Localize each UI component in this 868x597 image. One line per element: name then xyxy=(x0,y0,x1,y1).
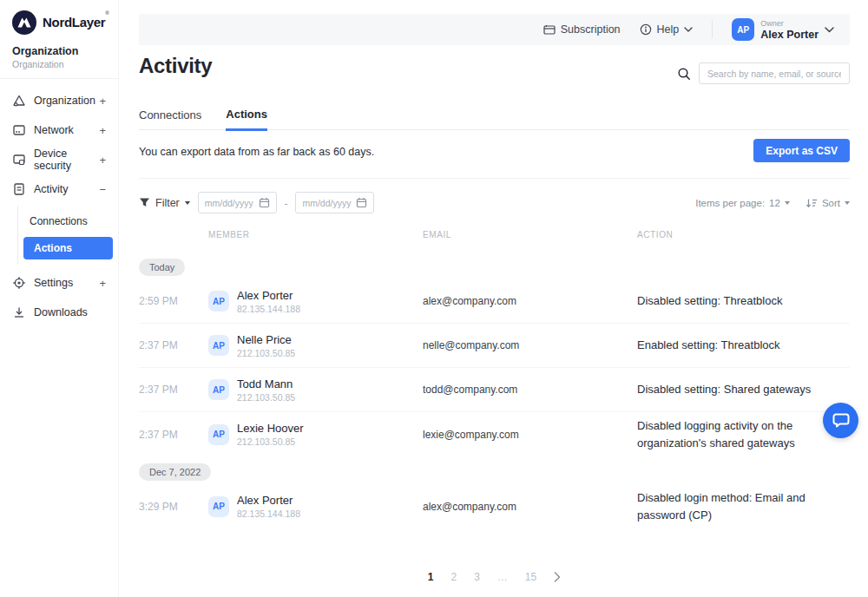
sort-label: Sort xyxy=(822,198,840,208)
section-divider xyxy=(139,178,850,179)
caret-down-icon xyxy=(185,201,190,205)
table-row[interactable]: 3:29 PM AP Alex Porter 82.135.144.188 al… xyxy=(139,484,850,528)
gear-icon xyxy=(12,276,26,290)
tab-actions[interactable]: Actions xyxy=(226,108,267,131)
date-from-input[interactable]: mm/dd/yyyy xyxy=(198,192,277,213)
date-range-separator: - xyxy=(285,198,288,208)
filter-label: Filter xyxy=(155,197,180,209)
sidebar-item-activity[interactable]: Activity − xyxy=(0,174,118,204)
sidebar-item-settings[interactable]: Settings + xyxy=(0,268,118,298)
date-to-placeholder: mm/dd/yyyy xyxy=(302,198,352,208)
action-text: Disabled setting: Threatblock xyxy=(637,292,850,310)
subnav-item-connections[interactable]: Connections xyxy=(23,209,118,233)
action-text: Enabled setting: Threatblock xyxy=(637,337,850,354)
filter-button[interactable]: Filter xyxy=(139,197,190,209)
chat-launcher-button[interactable] xyxy=(823,403,858,438)
page-button-15[interactable]: 15 xyxy=(525,571,536,583)
caret-down-icon xyxy=(785,201,790,205)
calendar-icon[interactable] xyxy=(356,197,367,208)
items-per-page-select[interactable]: Items per page: 12 xyxy=(695,198,790,208)
row-time: 2:37 PM xyxy=(139,384,208,396)
sidebar-item-label: Activity xyxy=(34,183,99,195)
tabs: Connections Actions xyxy=(139,104,850,130)
main-content: Subscription Help AP Owner Alex Porter A… xyxy=(139,0,850,597)
member-cell: AP Alex Porter 82.135.144.188 xyxy=(208,494,423,519)
column-header-member: MEMBER xyxy=(208,230,423,239)
date-to-input[interactable]: mm/dd/yyyy xyxy=(295,192,374,213)
sidebar-item-label: Downloads xyxy=(34,306,106,318)
subscription-button[interactable]: Subscription xyxy=(543,23,621,36)
help-label: Help xyxy=(657,23,680,36)
date-group-today: Today 2:59 PM AP Alex Porter 82.135.144.… xyxy=(139,252,850,456)
member-cell: AP Lexie Hoover 212.103.50.85 xyxy=(208,422,423,447)
table-row[interactable]: 2:37 PM AP Todd Mann 212.103.50.85 todd@… xyxy=(139,368,850,412)
avatar: AP xyxy=(208,291,229,312)
avatar: AP xyxy=(208,379,229,400)
member-email: lexie@company.com xyxy=(423,429,637,441)
expand-toggle[interactable]: + xyxy=(99,154,106,167)
member-name: Alex Porter xyxy=(237,494,300,507)
collapse-toggle[interactable]: − xyxy=(99,183,106,196)
pagination: 1 2 3 … 15 xyxy=(139,571,850,583)
tab-connections[interactable]: Connections xyxy=(139,108,201,129)
search-input[interactable] xyxy=(699,62,850,84)
help-icon xyxy=(640,23,652,36)
account-menu[interactable]: AP Owner Alex Porter xyxy=(732,18,834,41)
account-name: Alex Porter xyxy=(760,29,819,41)
action-text: Disabled setting: Shared gateways xyxy=(637,381,850,398)
search-icon xyxy=(677,67,691,81)
subnav-item-actions[interactable]: Actions xyxy=(23,237,113,259)
nordlayer-logo[interactable]: NordLayer® xyxy=(0,0,118,35)
export-csv-button[interactable]: Export as CSV xyxy=(753,139,850,162)
expand-toggle[interactable]: + xyxy=(99,95,106,108)
row-time: 2:59 PM xyxy=(139,295,208,307)
avatar: AP xyxy=(208,335,229,356)
date-from-placeholder: mm/dd/yyyy xyxy=(205,198,255,208)
funnel-icon xyxy=(139,197,150,208)
expand-toggle[interactable]: + xyxy=(99,124,106,137)
activity-table: Today 2:59 PM AP Alex Porter 82.135.144.… xyxy=(139,252,850,528)
sidebar-item-downloads[interactable]: Downloads xyxy=(0,298,118,327)
pagination-next-button[interactable] xyxy=(554,572,561,582)
organization-subtitle: Organization xyxy=(12,59,106,69)
table-row[interactable]: 2:59 PM AP Alex Porter 82.135.144.188 al… xyxy=(139,279,850,324)
member-cell: AP Todd Mann 212.103.50.85 xyxy=(208,377,423,403)
sort-button[interactable]: Sort xyxy=(806,198,850,208)
brand-name: NordLayer xyxy=(43,15,105,30)
list-controls: Items per page: 12 Sort xyxy=(695,198,850,208)
sidebar-item-organization[interactable]: Organization + xyxy=(0,86,118,115)
network-icon xyxy=(12,123,26,137)
sidebar-item-device-security[interactable]: Device security + xyxy=(0,145,118,174)
activity-icon xyxy=(12,182,26,196)
sidebar-item-network[interactable]: Network + xyxy=(0,115,118,145)
top-toolbar: Subscription Help AP Owner Alex Porter xyxy=(139,14,850,45)
search-area xyxy=(677,62,850,84)
member-ip: 82.135.144.188 xyxy=(237,304,300,314)
expand-toggle[interactable]: + xyxy=(99,277,106,290)
page-button-1[interactable]: 1 xyxy=(428,571,434,583)
chat-bubble-icon xyxy=(832,412,850,429)
row-time: 2:37 PM xyxy=(139,429,208,441)
filter-controls: Filter mm/dd/yyyy - mm/dd/yyyy xyxy=(139,192,374,213)
member-ip: 82.135.144.188 xyxy=(237,508,300,519)
date-badge: Dec 7, 2022 xyxy=(139,463,211,481)
member-email: alex@company.com xyxy=(423,501,637,513)
items-per-page-label: Items per page: xyxy=(695,198,765,208)
pagination-ellipsis: … xyxy=(497,571,508,583)
help-menu[interactable]: Help xyxy=(640,23,694,36)
table-row[interactable]: 2:37 PM AP Lexie Hoover 212.103.50.85 le… xyxy=(139,412,850,456)
page-button-3[interactable]: 3 xyxy=(474,571,480,583)
page-button-2[interactable]: 2 xyxy=(450,571,457,583)
subscription-label: Subscription xyxy=(561,23,621,36)
calendar-icon[interactable] xyxy=(259,197,270,208)
avatar: AP xyxy=(208,424,229,445)
avatar: AP xyxy=(732,18,754,41)
download-icon xyxy=(12,305,26,319)
chevron-down-icon xyxy=(684,27,693,32)
subscription-icon xyxy=(543,24,556,36)
filter-bar: Filter mm/dd/yyyy - mm/dd/yyyy Items per… xyxy=(139,192,850,213)
export-note: You can export data from as far back as … xyxy=(139,146,374,158)
date-group-dec-7-2022: Dec 7, 2022 3:29 PM AP Alex Porter 82.13… xyxy=(139,456,850,528)
table-row[interactable]: 2:37 PM AP Nelle Price 212.103.50.85 nel… xyxy=(139,324,850,368)
device-security-icon xyxy=(12,153,26,167)
